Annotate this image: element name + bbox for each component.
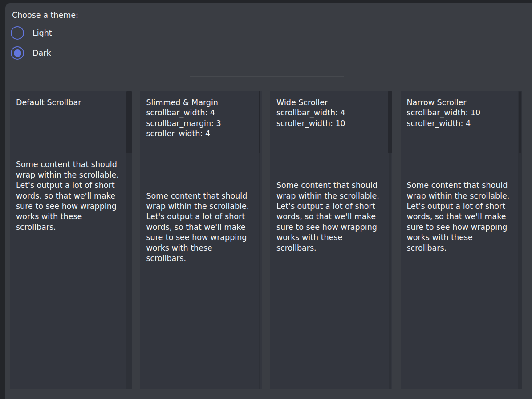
config-line: scrollbar_width: 4 <box>276 108 381 118</box>
panel-title: Wide Scroller <box>276 98 381 108</box>
panel-paragraph: Some content that should wrap within the… <box>276 180 381 253</box>
radio-selected-icon[interactable] <box>11 46 24 60</box>
divider <box>190 76 344 77</box>
panel-paragraph: Some content that should wrap within the… <box>407 180 511 253</box>
config-line: scrollbar_width: 10 <box>407 108 511 118</box>
panel-title: Default Scrollbar <box>16 98 120 108</box>
config-line: scroller_width: 10 <box>276 118 381 129</box>
panel-title: Narrow Scroller <box>407 98 511 108</box>
panel-wide-scroller[interactable]: Wide Scroller scrollbar_width: 4 scrolle… <box>270 91 392 389</box>
theme-chooser-label: Choose a theme: <box>12 11 78 20</box>
spacer <box>276 129 381 180</box>
panel-paragraph: Some content that should wrap within the… <box>146 191 251 264</box>
panels-row: Default Scrollbar Some content that shou… <box>10 91 522 389</box>
scrollbar-thumb[interactable] <box>519 91 521 153</box>
panel-slimmed-margin[interactable]: Slimmed & Margin scrollbar_width: 4 scro… <box>140 91 262 389</box>
radio-option-light-label: Light <box>32 28 52 37</box>
panel-content: Narrow Scroller scrollbar_width: 10 scro… <box>401 91 523 253</box>
spacer <box>146 139 251 191</box>
config-line: scrollbar_width: 4 <box>146 108 251 118</box>
radio-option-light[interactable]: Light <box>11 26 52 40</box>
scrollbar-thumb[interactable] <box>388 91 392 153</box>
panel-title: Slimmed & Margin <box>146 98 251 108</box>
config-line: scroller_width: 4 <box>146 129 251 139</box>
config-line: scrollbar_margin: 3 <box>146 118 251 129</box>
panel-default-scrollbar[interactable]: Default Scrollbar Some content that shou… <box>10 91 132 389</box>
radio-option-dark[interactable]: Dark <box>11 46 51 60</box>
config-line: scroller_width: 4 <box>407 118 511 129</box>
panel-narrow-scroller[interactable]: Narrow Scroller scrollbar_width: 10 scro… <box>401 91 523 389</box>
radio-unselected-icon[interactable] <box>11 26 24 40</box>
panel-content: Slimmed & Margin scrollbar_width: 4 scro… <box>140 91 262 264</box>
panel-content: Wide Scroller scrollbar_width: 4 scrolle… <box>270 91 392 253</box>
radio-option-dark-label: Dark <box>32 49 51 57</box>
spacer <box>407 129 511 180</box>
panel-content: Default Scrollbar Some content that shou… <box>10 91 132 232</box>
panel-paragraph: Some content that should wrap within the… <box>16 159 120 232</box>
spacer <box>16 108 120 159</box>
scrollbar-thumb[interactable] <box>259 91 260 153</box>
app-window: Choose a theme: Light Dark Default Scrol… <box>5 3 532 399</box>
radio-dot <box>14 49 21 57</box>
scrollbar-thumb[interactable] <box>126 91 132 153</box>
